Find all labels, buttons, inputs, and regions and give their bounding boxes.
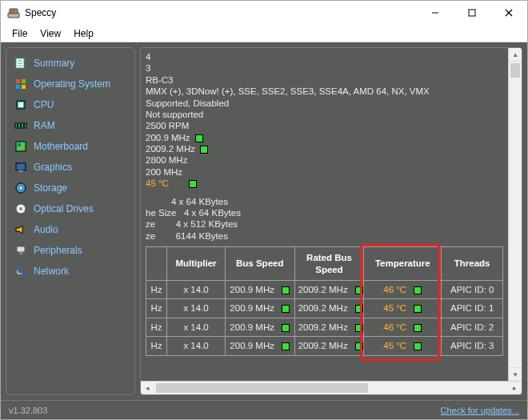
temp-chip-icon (414, 342, 422, 350)
cell-hz: Hz (146, 337, 167, 355)
cell-bus: 200.9 MHz (225, 337, 294, 355)
svg-rect-32 (17, 246, 25, 252)
cell-bus: 200.9 MHz (225, 318, 294, 336)
scroll-thumb[interactable] (156, 383, 368, 393)
sidebar-item-label: CPU (34, 99, 54, 110)
cell-temp: 45 °C (364, 299, 442, 318)
sidebar-item-motherboard[interactable]: Motherboard (10, 136, 131, 157)
svg-rect-17 (18, 102, 23, 107)
info-line: 4 (146, 51, 503, 62)
cores-table-area: Multiplier Bus Speed Rated Bus Speed Tem… (146, 246, 503, 356)
sidebar-item-label: Optical Drives (34, 203, 94, 214)
vertical-scrollbar[interactable]: ▴ ▾ (508, 48, 522, 381)
sidebar-item-summary[interactable]: Summary (10, 53, 131, 74)
col-bus-speed: Bus Speed (225, 247, 294, 281)
temp-chip-icon (355, 286, 363, 294)
cell-hz: Hz (146, 318, 167, 336)
sidebar-item-audio[interactable]: Audio (10, 219, 131, 240)
svg-rect-25 (16, 163, 26, 170)
menu-file[interactable]: File (6, 26, 34, 41)
svg-rect-24 (22, 147, 25, 150)
svg-rect-23 (18, 143, 21, 146)
scroll-up-arrow-icon[interactable]: ▴ (509, 48, 522, 62)
menu-view[interactable]: View (34, 26, 67, 41)
svg-rect-13 (22, 79, 26, 83)
temp-chip-icon (355, 324, 363, 332)
ram-icon (14, 119, 27, 132)
sidebar-item-network[interactable]: Network (10, 261, 131, 282)
scroll-track[interactable] (509, 62, 522, 367)
minimize-button[interactable] (417, 1, 454, 25)
col-multiplier: Multiplier (167, 247, 226, 281)
content-wrap: 4 3 RB-C3 MMX (+), 3DNow! (+), SSE, SSE2… (140, 47, 522, 395)
scroll-down-arrow-icon[interactable]: ▾ (509, 367, 522, 381)
cell-threads: APIC ID: 0 (442, 281, 503, 299)
info-line: 2500 RPM (146, 120, 503, 131)
main-area: Summary Operating System CPU RAM Motherb… (1, 42, 527, 400)
cell-rated: 2009.2 MHz (294, 281, 364, 299)
info-line: Supported, Disabled (146, 98, 503, 109)
scroll-left-arrow-icon[interactable]: ◂ (141, 382, 154, 394)
content-inner: 4 3 RB-C3 MMX (+), 3DNow! (+), SSE, SSE2… (141, 48, 508, 381)
info-line: RB-C3 (146, 74, 503, 86)
sidebar-item-graphics[interactable]: Graphics (10, 157, 131, 178)
app-icon (7, 6, 20, 19)
sidebar-item-optical[interactable]: Optical Drives (10, 198, 131, 219)
sidebar-item-label: Storage (34, 182, 67, 194)
table-row[interactable]: Hz x 14.0 200.9 MHz 2009.2 MHz 45 °C API… (146, 299, 503, 318)
temp-chip-icon (189, 180, 197, 188)
svg-rect-20 (20, 124, 22, 127)
cell-hz: Hz (146, 281, 167, 299)
sidebar-item-label: Network (34, 266, 69, 277)
info-temp: 45 °C (146, 178, 503, 189)
sidebar-item-label: Audio (34, 224, 58, 235)
cell-rated: 2009.2 MHz (294, 337, 364, 355)
cell-mult: x 14.0 (167, 299, 226, 318)
menubar: File View Help (1, 25, 527, 42)
check-updates-link[interactable]: Check for updates... (441, 406, 519, 415)
sidebar-item-peripherals[interactable]: Peripherals (10, 240, 131, 261)
info-line: MMX (+), 3DNow! (+), SSE, SSE2, SSE3, SS… (146, 86, 503, 97)
table-row[interactable]: Hz x 14.0 200.9 MHz 2009.2 MHz 46 °C API… (146, 281, 503, 299)
cell-temp: 45 °C (364, 337, 442, 355)
temp-chip-icon (195, 134, 203, 142)
temp-chip-icon (414, 324, 422, 332)
table-row[interactable]: Hz x 14.0 200.9 MHz 2009.2 MHz 46 °C API… (146, 318, 503, 336)
scroll-right-arrow-icon[interactable]: ▸ (508, 382, 522, 394)
cell-temp: 46 °C (364, 281, 442, 299)
col-threads: Threads (442, 247, 503, 281)
info-clock-1: 200.9 MHz (146, 132, 503, 143)
cell-rated: 2009.2 MHz (294, 299, 364, 318)
cell-mult: x 14.0 (167, 281, 226, 299)
table-row[interactable]: Hz x 14.0 200.9 MHz 2009.2 MHz 45 °C API… (146, 337, 503, 355)
info-cache: ze 6144 KBytes (146, 230, 503, 242)
graphics-icon (14, 161, 27, 174)
info-clock-3: 2800 MHz (146, 154, 503, 166)
sidebar-item-ram[interactable]: RAM (10, 115, 131, 136)
close-button[interactable] (490, 1, 527, 25)
content-panel: 4 3 RB-C3 MMX (+), 3DNow! (+), SSE, SSE2… (140, 47, 522, 395)
info-line: Not supported (146, 109, 503, 120)
sidebar-item-storage[interactable]: Storage (10, 178, 131, 198)
scroll-track[interactable] (154, 382, 508, 394)
cell-hz: Hz (146, 299, 167, 318)
horizontal-scrollbar[interactable]: ◂ ▸ (141, 381, 522, 394)
cell-mult: x 14.0 (167, 337, 226, 355)
statusbar: v1.32.803 Check for updates... (1, 400, 527, 419)
temp-chip-icon (414, 305, 422, 313)
sidebar-item-os[interactable]: Operating System (10, 74, 131, 94)
maximize-button[interactable] (454, 1, 490, 25)
cell-threads: APIC ID: 2 (442, 318, 503, 336)
sidebar-item-cpu[interactable]: CPU (10, 94, 131, 115)
titlebar: Speccy (1, 1, 527, 25)
sidebar-item-label: Operating System (34, 78, 110, 90)
sidebar-item-label: Motherboard (34, 141, 88, 152)
cell-temp: 46 °C (364, 318, 442, 336)
temp-chip-icon (282, 324, 290, 332)
svg-point-30 (19, 207, 22, 210)
svg-rect-12 (16, 79, 20, 83)
menu-help[interactable]: Help (67, 26, 100, 41)
scroll-thumb[interactable] (510, 63, 520, 78)
os-icon (14, 78, 27, 90)
svg-point-3 (13, 10, 14, 12)
